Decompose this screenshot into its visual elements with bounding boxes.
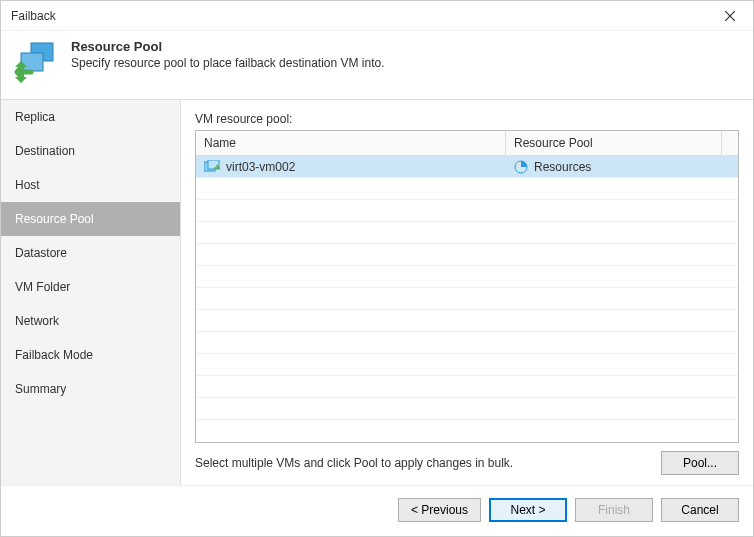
vm-name: virt03-vm002 — [226, 160, 295, 174]
table-row-empty — [196, 376, 738, 398]
pool-name: Resources — [534, 160, 591, 174]
sidebar-item-label: VM Folder — [15, 280, 70, 294]
previous-button[interactable]: < Previous — [398, 498, 481, 522]
table-header: Name Resource Pool — [196, 131, 738, 156]
sidebar-item-datastore[interactable]: Datastore — [1, 236, 180, 270]
cell-name: virt03-vm002 — [196, 160, 506, 174]
table-row-empty — [196, 288, 738, 310]
dialog-header: Resource Pool Specify resource pool to p… — [1, 31, 753, 99]
table-row-empty — [196, 266, 738, 288]
sidebar-item-destination[interactable]: Destination — [1, 134, 180, 168]
next-button[interactable]: Next > — [489, 498, 567, 522]
dialog-body: Replica Destination Host Resource Pool D… — [1, 99, 753, 485]
table-row-empty — [196, 200, 738, 222]
finish-button: Finish — [575, 498, 653, 522]
resource-pool-header-icon — [13, 39, 61, 87]
header-subtitle: Specify resource pool to place failback … — [71, 56, 385, 70]
sidebar-item-label: Host — [15, 178, 40, 192]
table-row-empty — [196, 398, 738, 420]
failback-dialog: Failback Resource Pool Specify resource … — [0, 0, 754, 537]
sidebar-item-host[interactable]: Host — [1, 168, 180, 202]
close-button[interactable] — [715, 3, 745, 29]
table-row-empty — [196, 354, 738, 376]
cancel-button[interactable]: Cancel — [661, 498, 739, 522]
sidebar-item-network[interactable]: Network — [1, 304, 180, 338]
sidebar-item-label: Replica — [15, 110, 55, 124]
vm-icon — [204, 160, 220, 174]
table-body: virt03-vm002 Resources — [196, 156, 738, 441]
sidebar-item-label: Destination — [15, 144, 75, 158]
header-text: Resource Pool Specify resource pool to p… — [71, 39, 385, 70]
table-row-empty — [196, 332, 738, 354]
header-title: Resource Pool — [71, 39, 385, 54]
window-title: Failback — [11, 9, 56, 23]
table-row-empty — [196, 222, 738, 244]
cell-pool: Resources — [506, 160, 722, 174]
column-spacer — [722, 131, 738, 155]
pool-button[interactable]: Pool... — [661, 451, 739, 475]
hint-row: Select multiple VMs and click Pool to ap… — [195, 451, 739, 475]
column-name[interactable]: Name — [196, 131, 506, 155]
resource-pool-icon — [514, 160, 528, 174]
main-panel: VM resource pool: Name Resource Pool vir… — [181, 100, 753, 485]
table-row-empty — [196, 310, 738, 332]
table-row-empty — [196, 178, 738, 200]
svg-rect-3 — [21, 53, 43, 71]
close-icon — [725, 11, 735, 21]
bulk-hint: Select multiple VMs and click Pool to ap… — [195, 456, 513, 470]
sidebar-item-label: Network — [15, 314, 59, 328]
column-pool[interactable]: Resource Pool — [506, 131, 722, 155]
titlebar: Failback — [1, 1, 753, 31]
vm-resource-pool-label: VM resource pool: — [195, 112, 739, 126]
vm-pool-table: Name Resource Pool virt03-vm002 Resource… — [195, 130, 739, 443]
table-row[interactable]: virt03-vm002 Resources — [196, 156, 738, 178]
table-row-empty — [196, 244, 738, 266]
sidebar-item-label: Failback Mode — [15, 348, 93, 362]
dialog-footer: < Previous Next > Finish Cancel — [1, 485, 753, 536]
sidebar-item-resource-pool[interactable]: Resource Pool — [1, 202, 180, 236]
sidebar-item-vm-folder[interactable]: VM Folder — [1, 270, 180, 304]
sidebar-item-label: Resource Pool — [15, 212, 94, 226]
sidebar-item-label: Summary — [15, 382, 66, 396]
wizard-sidebar: Replica Destination Host Resource Pool D… — [1, 100, 181, 485]
sidebar-item-failback-mode[interactable]: Failback Mode — [1, 338, 180, 372]
sidebar-item-label: Datastore — [15, 246, 67, 260]
sidebar-item-replica[interactable]: Replica — [1, 100, 180, 134]
sidebar-item-summary[interactable]: Summary — [1, 372, 180, 406]
